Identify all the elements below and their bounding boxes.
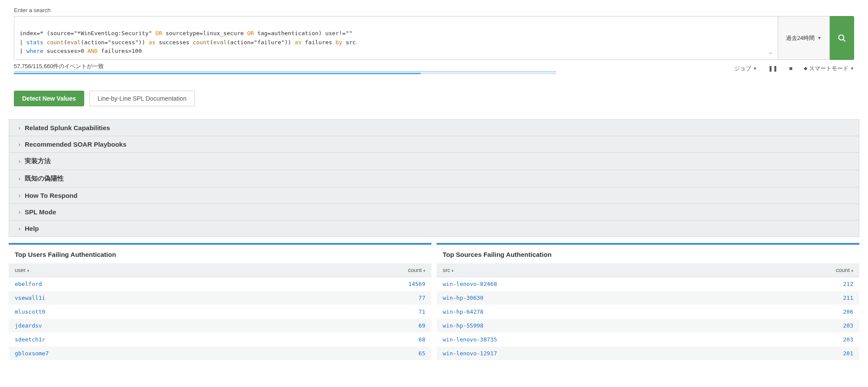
time-range-picker[interactable]: 過去24時間 ▼ — [778, 16, 830, 60]
cell-key: sdeetch1r — [9, 333, 263, 347]
accordion-label: 実装方法 — [25, 157, 51, 165]
spl-line-3: | where successes>0 AND failures>100 — [20, 48, 142, 54]
caret-down-icon: ▼ — [753, 66, 757, 71]
accordion-label: 既知の偽陽性 — [25, 174, 64, 183]
cell-key: win-hp-55998 — [437, 319, 730, 333]
panel-title: Top Sources Failing Authentication — [437, 245, 859, 263]
chevron-right-icon: › — [19, 141, 20, 148]
accordion-item-help[interactable]: ›Help — [9, 220, 859, 236]
table-row[interactable]: win-lenovo-12917201 — [437, 347, 859, 361]
accordion-item-false-positives[interactable]: ›既知の偽陽性 — [9, 170, 859, 187]
cell-count: 212 — [730, 277, 859, 291]
accordion-item-related-capabilities[interactable]: ›Related Splunk Capabilities — [9, 120, 859, 136]
accordion-label: How To Respond — [25, 192, 77, 199]
job-menu[interactable]: ジョブ ▼ — [734, 65, 757, 72]
table-row[interactable]: win-hp-64278206 — [437, 305, 859, 319]
table-row[interactable]: win-hp-55998203 — [437, 319, 859, 333]
spl-docs-button[interactable]: Line-by-Line SPL Documentation — [89, 91, 195, 106]
search-mode-menu[interactable]: ◆ スマートモード ▼ — [804, 65, 854, 72]
cell-count: 14569 — [263, 277, 431, 291]
table-row[interactable]: win-lenovo-38735203 — [437, 333, 859, 347]
cell-count: 203 — [730, 319, 859, 333]
progress-bar — [14, 73, 556, 74]
cell-key: gbloxsome7 — [9, 347, 263, 361]
panel-title: Top Users Failing Authentication — [9, 245, 431, 263]
cell-count: 201 — [730, 347, 859, 361]
cell-count: 203 — [730, 333, 859, 347]
pause-icon: ❚❚ — [768, 65, 778, 72]
table-row[interactable]: ebelford14569 — [9, 277, 431, 291]
svg-line-1 — [843, 39, 845, 41]
cell-count: 69 — [263, 319, 431, 333]
cell-key: win-lenovo-38735 — [437, 333, 730, 347]
accordion: ›Related Splunk Capabilities ›Recommende… — [9, 119, 859, 237]
column-header-count[interactable]: count♦ — [263, 263, 431, 277]
chevron-right-icon: › — [19, 209, 20, 215]
cell-count: 65 — [263, 347, 431, 361]
accordion-item-implementation[interactable]: ›実装方法 — [9, 153, 859, 170]
cell-key: jdeardsv — [9, 319, 263, 333]
table-row[interactable]: mluscott071 — [9, 305, 431, 319]
sort-icon: ♦ — [27, 268, 29, 273]
accordion-item-spl-mode[interactable]: ›SPL Mode — [9, 204, 859, 220]
chevron-right-icon: › — [19, 158, 20, 164]
accordion-item-how-to-respond[interactable]: ›How To Respond — [9, 187, 859, 204]
detect-new-values-button[interactable]: Detect New Values — [14, 91, 84, 106]
table-row[interactable]: sdeetch1r68 — [9, 333, 431, 347]
caret-down-icon: ▼ — [850, 66, 854, 71]
panel-top-users: Top Users Failing Authentication user♦ c… — [9, 243, 431, 361]
accordion-label: Related Splunk Capabilities — [25, 124, 110, 131]
table-row[interactable]: vsewall1i77 — [9, 291, 431, 305]
accordion-label: Help — [25, 225, 39, 232]
cell-key: ebelford — [9, 277, 263, 291]
cell-key: win-hp-30630 — [437, 291, 730, 305]
accordion-item-soar-playbooks[interactable]: ›Recommended SOAR Playbooks — [9, 136, 859, 153]
panel-top-sources: Top Sources Failing Authentication src♦ … — [437, 243, 859, 361]
table-row[interactable]: gbloxsome765 — [9, 347, 431, 361]
cell-key: win-lenovo-12917 — [437, 347, 730, 361]
column-header-src[interactable]: src♦ — [437, 263, 730, 277]
search-icon — [838, 34, 846, 43]
accordion-label: Recommended SOAR Playbooks — [25, 141, 126, 148]
table-row[interactable]: jdeardsv69 — [9, 319, 431, 333]
search-input[interactable]: index=* (source="*WinEventLog:Security" … — [14, 16, 778, 60]
stop-icon: ■ — [789, 65, 792, 72]
cell-key: mluscott0 — [9, 305, 263, 319]
chevron-right-icon: › — [19, 176, 20, 182]
column-header-count[interactable]: count♦ — [730, 263, 859, 277]
accordion-label: SPL Mode — [25, 208, 56, 216]
event-count-status: 57,756/115,660件のイベントが一致 — [14, 62, 556, 72]
cell-key: win-hp-64278 — [437, 305, 730, 319]
spl-line-1: index=* (source="*WinEventLog:Security" … — [20, 30, 352, 36]
expand-search-icon[interactable]: ⌄ — [769, 49, 773, 55]
sort-icon: ♦ — [423, 268, 425, 273]
column-header-user[interactable]: user♦ — [9, 263, 263, 277]
pause-button[interactable]: ❚❚ — [768, 65, 778, 72]
sort-icon: ♦ — [851, 268, 853, 273]
caret-down-icon: ▼ — [817, 36, 822, 40]
cell-count: 206 — [730, 305, 859, 319]
cell-count: 71 — [263, 305, 431, 319]
svg-point-0 — [838, 35, 844, 40]
table-row[interactable]: win-hp-30630211 — [437, 291, 859, 305]
cell-key: win-lenovo-82468 — [437, 277, 730, 291]
sort-icon: ♦ — [451, 268, 454, 273]
stop-button[interactable]: ■ — [789, 65, 792, 72]
time-range-label: 過去24時間 — [786, 34, 815, 42]
cell-count: 211 — [730, 291, 859, 305]
chevron-right-icon: › — [19, 193, 20, 199]
search-label: Enter a search — [14, 7, 854, 13]
chevron-right-icon: › — [19, 125, 20, 131]
chevron-right-icon: › — [19, 226, 20, 232]
cell-count: 68 — [263, 333, 431, 347]
search-button[interactable] — [830, 16, 854, 60]
bulb-icon: ◆ — [804, 66, 807, 71]
table-row[interactable]: win-lenovo-82468212 — [437, 277, 859, 291]
cell-count: 77 — [263, 291, 431, 305]
spl-line-2: | stats count(eval(action="success")) as… — [20, 39, 356, 46]
cell-key: vsewall1i — [9, 291, 263, 305]
